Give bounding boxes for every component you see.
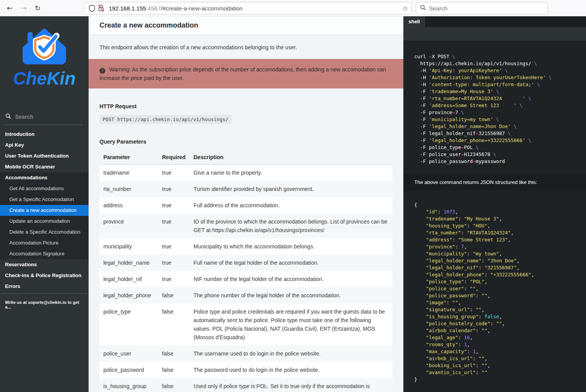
table-cell: address <box>99 197 162 213</box>
table-cell: NIF number of the legal holder of the ac… <box>194 271 392 287</box>
table-header-row: ParameterRequiredDescription <box>99 149 392 165</box>
table-row: is_housing_groupfalseUsed only if police… <box>99 378 392 392</box>
svg-text:CheKin: CheKin <box>13 68 76 88</box>
table-cell: tradename <box>99 165 162 181</box>
search-icon <box>420 5 426 12</box>
sidebar-item-check-ins-police-registration[interactable]: Check-ins & Police Registration <box>0 270 89 281</box>
table-row: legal_holder_niftrueNIF number of the le… <box>99 271 392 287</box>
sidebar-item-get-a-specific-accomodation[interactable]: Get a Specific Accomodation <box>0 194 89 205</box>
sidebar-item-accomodation-signature[interactable]: Accomodation Signature <box>0 248 89 259</box>
sidebar-item-api-key[interactable]: Api Key <box>0 140 89 151</box>
sidebar-item-mobile-ocr-scanner[interactable]: Mobile OCR Scanner <box>0 161 89 172</box>
sidebar-item-get-all-accommodations[interactable]: Get All accommodations <box>0 183 89 194</box>
page-body: CheKin Search IntroductionApi KeyUser To… <box>0 16 586 392</box>
code-line: "rta_number": "RTAVTA1Q24324", <box>414 229 582 236</box>
code-line: https://api.chekin.io/api/v1/housings/ \ <box>414 60 582 67</box>
table-header-description: Description <box>194 149 392 165</box>
table-header-required: Required <box>162 149 194 165</box>
code-line: -F legal_holder_nif=321556987 \ <box>414 130 582 137</box>
table-cell: province <box>99 213 162 238</box>
table-row: tradenametrueGive a name to the property… <box>99 165 392 181</box>
http-request-code: POST https://api.chekin.io/api/v1/housin… <box>99 115 232 124</box>
sidebar-footer: Write us at soporte@chekin.io to get a..… <box>0 293 89 309</box>
sidebar-search-placeholder: Search <box>15 114 33 120</box>
sidebar-contact[interactable]: Write us at soporte@chekin.io to get a..… <box>5 300 84 309</box>
browser-search-placeholder: Search <box>429 5 448 12</box>
table-cell: The password used to do login in the pol… <box>194 362 392 378</box>
code-line: "address": "Some Street 123", <box>414 236 582 243</box>
code-annotation: The above command returns JSON structure… <box>403 174 586 191</box>
sidebar-search-icon <box>5 113 11 121</box>
table-cell: false <box>162 362 194 378</box>
table-cell: true <box>162 271 194 287</box>
table-cell: Give a name to the property. <box>194 165 392 181</box>
sidebar-item-errors[interactable]: Errors <box>0 281 89 292</box>
url-text[interactable]: 192.168.1.155:4567/#create-a-new-accommo… <box>109 5 402 12</box>
reload-button[interactable]: ↻ <box>32 2 44 14</box>
table-cell: Turism identifier provided by spanish go… <box>194 181 392 197</box>
sidebar-item-introduction[interactable]: Introduction <box>0 129 89 140</box>
table-row: legal_holder_phonefalseThe phone number … <box>99 287 392 304</box>
sidebar-item-accomodation-picture[interactable]: Accomodation Picture <box>0 238 89 248</box>
sidebar-item-delete-a-specific-accomodation[interactable]: Delete a Specific Accomodation <box>0 227 89 238</box>
search-underline <box>5 125 83 125</box>
http-request-heading: HTTP Request <box>99 103 392 109</box>
table-cell: police_type <box>99 304 162 345</box>
table-cell: legal_holder_name <box>99 255 162 271</box>
table-cell: true <box>162 238 194 255</box>
code-line: } <box>414 376 582 383</box>
sidebar-item-user-token-authentication[interactable]: User Token Authentication <box>0 151 89 161</box>
table-header-parameter: Parameter <box>99 149 162 165</box>
code-line: "tradename": "My House 3", <box>414 215 582 222</box>
chekin-logo[interactable]: CheKin <box>0 16 89 109</box>
bookmark-star-icon[interactable]: ☆ <box>402 4 408 12</box>
table-cell: false <box>162 345 194 362</box>
url-bar[interactable]: 192.168.1.155:4567/#create-a-new-accommo… <box>84 2 412 14</box>
back-button[interactable]: ← <box>4 2 16 14</box>
sidebar-item-reservations[interactable]: Reservations <box>0 259 89 270</box>
insecure-lock-icon[interactable] <box>96 3 106 13</box>
code-line: -F 'address=Some Street 123 ' \ <box>414 102 582 109</box>
sidebar: CheKin Search IntroductionApi KeyUser To… <box>0 16 89 392</box>
table-row: municipalitytrueMunicipality to which th… <box>99 238 392 255</box>
table-row: provincetrueID of the province to which … <box>99 213 392 238</box>
sidebar-item-accommodations[interactable]: Accommodations <box>0 172 89 183</box>
sidebar-item-update-an-accommodation[interactable]: Update an accommodation <box>0 216 89 227</box>
table-cell: false <box>162 287 194 304</box>
code-line: "police_user": "", <box>414 285 582 292</box>
code-line: "airbnb_ics_url": "", <box>414 355 582 362</box>
code-line: -F 'legal_holder_phone=+33222555666' \ <box>414 137 582 144</box>
table-cell: rta_number <box>99 181 162 197</box>
code-line: "airbnb_calendar": "", <box>414 327 582 334</box>
table-row: police_userfalseThe username used to do … <box>99 345 392 362</box>
sidebar-item-create-a-new-accommodation[interactable]: Create a new accommodation <box>0 205 89 216</box>
warning-text: Warning: As the subscription price depen… <box>99 66 386 81</box>
code-line: "police_hostelry_code": "", <box>414 320 582 327</box>
table-cell: is_housing_group <box>99 378 162 392</box>
url-path: /#create-a-new-accommodation <box>160 5 242 12</box>
table-cell: legal_holder_nif <box>99 271 162 287</box>
table-cell: Used only if police type is POL. Set it … <box>194 378 392 392</box>
sidebar-nav: IntroductionApi KeyUser Token Authentica… <box>0 129 89 292</box>
browser-search-box[interactable]: Search <box>416 2 548 14</box>
code-line: "image": "", <box>414 299 582 306</box>
table-row: rta_numbertrueTurism identifier provided… <box>99 181 392 197</box>
language-tabbar: shell <box>403 16 586 27</box>
table-cell: false <box>162 378 194 392</box>
tab-shell[interactable]: shell <box>403 16 425 27</box>
sidebar-search[interactable]: Search <box>0 109 89 125</box>
table-row: legal_holder_nametrueFull name of the le… <box>99 255 392 271</box>
code-panel: shell curl -X POST \ https://api.chekin.… <box>403 16 586 392</box>
forward-button[interactable]: → <box>18 2 30 14</box>
code-line: "max_capacity": 1, <box>414 348 582 355</box>
code-line: "is_housing_group": false, <box>414 313 582 320</box>
json-code-block: { "id": 1073, "tradename": "My House 3",… <box>403 191 586 392</box>
shield-icon[interactable] <box>87 3 96 13</box>
table-cell: false <box>162 304 194 345</box>
code-line: "police_type": "POL", <box>414 278 582 285</box>
logo-wordmark: CheKin <box>3 68 85 90</box>
code-line: -F 'rta_number=RTAVTA1Q24324 ' \ <box>414 95 582 102</box>
query-parameters-heading: Query Parameters <box>99 139 392 145</box>
code-line: -H 'content-type: multipart/form-data;' … <box>414 81 582 88</box>
table-cell: true <box>162 255 194 271</box>
